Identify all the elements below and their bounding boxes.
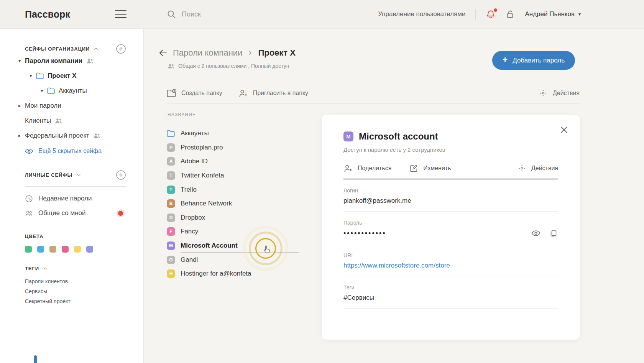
search-icon bbox=[167, 10, 176, 19]
folder-list-item[interactable]: Аккаунты bbox=[167, 126, 299, 141]
vault-label: Мои пароли bbox=[25, 102, 61, 110]
color-swatch[interactable] bbox=[74, 246, 81, 253]
item-name: Gandi bbox=[181, 256, 198, 264]
tag-item[interactable]: Секретный проект bbox=[25, 296, 126, 306]
actions-icon bbox=[517, 164, 527, 172]
chevron-up-icon[interactable] bbox=[94, 46, 99, 51]
tag-item[interactable]: Пароли клиентов bbox=[25, 276, 126, 286]
sidebar-tree-item[interactable]: ▾Проект X bbox=[18, 68, 126, 83]
password-list-item[interactable]: DDropbox bbox=[167, 211, 299, 225]
copy-password-icon[interactable] bbox=[549, 229, 558, 237]
sidebar-tree-item[interactable]: Клиенты bbox=[18, 113, 126, 128]
color-swatch[interactable] bbox=[49, 246, 56, 253]
back-button[interactable] bbox=[158, 48, 168, 58]
recent-passwords-item[interactable]: Недавние пароли bbox=[25, 191, 126, 206]
vault-label: Проект X bbox=[48, 72, 76, 80]
main-content: Пароли компании Проект X Общая с 2 польз… bbox=[144, 29, 644, 363]
password-list-item[interactable]: MMicrosoft Account bbox=[167, 239, 299, 253]
user-name: Андрей Пьянков bbox=[525, 10, 575, 18]
edit-button[interactable]: Изменить bbox=[409, 164, 451, 172]
password-avatar: G bbox=[167, 256, 175, 264]
tags-title: ТЕГИ bbox=[25, 266, 39, 271]
add-password-button[interactable]: + Добавить пароль bbox=[492, 51, 575, 70]
add-personal-vault-button[interactable] bbox=[116, 170, 126, 180]
password-list-item[interactable]: GGandi bbox=[167, 253, 299, 267]
sidebar-tree-item[interactable]: ▸Федеральный проект bbox=[18, 128, 126, 143]
user-menu[interactable]: Андрей Пьянков ▾ bbox=[525, 10, 581, 18]
chevron-down-icon[interactable] bbox=[76, 172, 81, 177]
caret-down-icon[interactable]: ▾ bbox=[18, 58, 25, 64]
invite-to-folder-button[interactable]: Пригласить в папку bbox=[238, 89, 308, 97]
tags-field: Теги #Сервисы bbox=[343, 276, 558, 309]
folder-icon bbox=[167, 130, 175, 137]
notification-dot bbox=[494, 8, 497, 12]
sidebar-tree-item[interactable]: ▾Пароли компании bbox=[18, 53, 126, 68]
password-list-item[interactable]: PProstoplan.pro bbox=[167, 141, 299, 155]
user-management-link[interactable]: Управление пользователями bbox=[378, 10, 465, 18]
url-value[interactable]: https://www.microsoftstore.com/store bbox=[343, 262, 450, 269]
password-list-item[interactable]: TTwitter Konfeta bbox=[167, 169, 299, 183]
folder-icon bbox=[47, 87, 55, 94]
shared-with-me-item[interactable]: Общие со мной bbox=[25, 206, 126, 220]
item-name: Microsoft Account bbox=[181, 242, 238, 250]
password-list-item[interactable]: HHostinger for a@konfeta bbox=[167, 267, 299, 281]
topbar-left: Пассворк bbox=[0, 9, 144, 20]
chevron-up-icon[interactable] bbox=[43, 266, 48, 271]
password-value-row: •••••••••••• bbox=[343, 229, 558, 237]
search-input[interactable] bbox=[182, 10, 297, 18]
detail-header: M Microsoft account bbox=[343, 131, 558, 142]
create-folder-button[interactable]: Создать папку bbox=[167, 89, 222, 97]
sidebar-divider bbox=[25, 186, 126, 187]
sidebar-tree-item[interactable]: ▸Мои пароли bbox=[18, 98, 126, 113]
color-swatch[interactable] bbox=[86, 246, 93, 253]
password-avatar: A bbox=[167, 157, 175, 166]
item-name: Аккаунты bbox=[181, 130, 209, 137]
clock-icon bbox=[25, 195, 33, 203]
password-avatar: F bbox=[167, 227, 175, 236]
sidebar-quick-links: Недавние пароли Общие со мной bbox=[18, 191, 126, 220]
topbar-divider bbox=[475, 9, 476, 20]
folder-toolbar: Создать папку Пригласить в папку Действи… bbox=[167, 89, 580, 97]
show-password-icon[interactable] bbox=[531, 229, 540, 237]
sidebar-tree-item[interactable]: ▾Аккаунты bbox=[18, 83, 126, 98]
password-list-item[interactable]: AAdobe ID bbox=[167, 154, 299, 169]
tag-item[interactable]: Сервисы bbox=[25, 286, 126, 296]
close-icon[interactable] bbox=[560, 125, 568, 134]
sidebar: СЕЙФЫ ОРГАНИЗАЦИИ ▾Пароли компании▾Проек… bbox=[0, 29, 144, 363]
name-column-header: НАЗВАНИЕ bbox=[168, 112, 196, 117]
org-vaults-header: СЕЙФЫ ОРГАНИЗАЦИИ bbox=[25, 44, 126, 53]
password-list-item[interactable]: TTrello bbox=[167, 182, 299, 197]
color-swatch[interactable] bbox=[25, 246, 32, 253]
share-icon bbox=[343, 164, 353, 172]
show-hidden-vaults-link[interactable]: Ещё 5 скрытых сейфа bbox=[25, 143, 126, 159]
password-list-item[interactable]: FFancy bbox=[167, 225, 299, 239]
color-swatch[interactable] bbox=[37, 246, 44, 253]
password-avatar: T bbox=[167, 186, 175, 194]
edit-label: Изменить bbox=[423, 165, 451, 172]
breadcrumb-parent[interactable]: Пароли компании bbox=[173, 48, 242, 58]
share-button[interactable]: Поделиться bbox=[343, 164, 391, 172]
search-bar[interactable] bbox=[167, 10, 297, 19]
caret-right-icon[interactable]: ▸ bbox=[18, 133, 25, 138]
scroll-indicator[interactable] bbox=[34, 355, 37, 363]
lock-icon[interactable] bbox=[506, 10, 515, 19]
personal-vaults-header: ЛИЧНЫЕ СЕЙФЫ bbox=[25, 170, 126, 179]
vault-label: Аккаунты bbox=[59, 87, 87, 95]
color-swatch[interactable] bbox=[62, 246, 69, 253]
toolbar-divider bbox=[167, 103, 580, 103]
add-vault-button[interactable] bbox=[116, 44, 126, 54]
item-name: Dropbox bbox=[181, 214, 205, 222]
folder-actions-button[interactable]: Действия bbox=[538, 89, 580, 97]
url-field: URL https://www.microsoftstore.com/store bbox=[343, 244, 558, 276]
detail-actions-button[interactable]: Действия bbox=[517, 164, 558, 172]
password-detail-panel: M Microsoft account Доступ к паролю есть… bbox=[322, 115, 580, 340]
share-label: Поделиться bbox=[358, 165, 391, 172]
password-list-item[interactable]: BBehance Network bbox=[167, 197, 299, 211]
hamburger-menu-button[interactable] bbox=[115, 10, 127, 18]
caret-right-icon[interactable]: ▸ bbox=[18, 103, 25, 108]
notifications-bell-icon[interactable] bbox=[486, 9, 496, 19]
caret-down-icon[interactable]: ▾ bbox=[30, 73, 36, 79]
url-label: URL bbox=[343, 252, 558, 258]
caret-down-icon[interactable]: ▾ bbox=[41, 88, 47, 94]
password-avatar: M bbox=[167, 241, 175, 250]
